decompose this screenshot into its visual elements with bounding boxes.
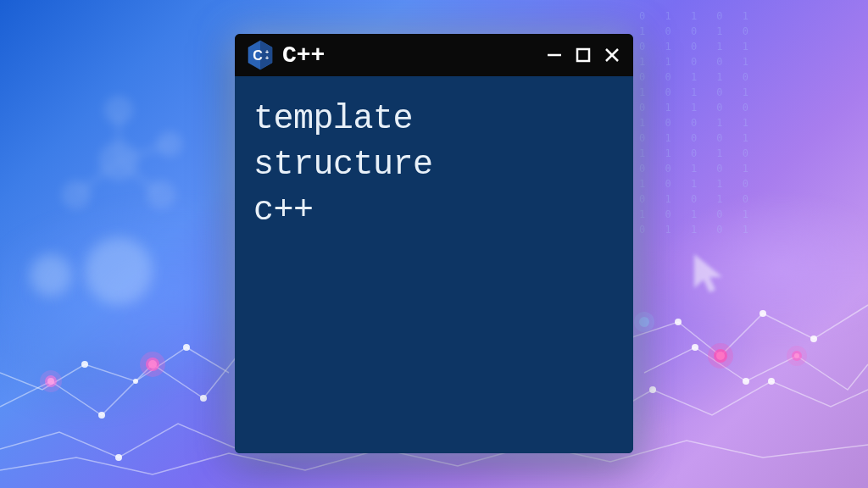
svg-point-20 [692,344,698,351]
terminal-line: template [253,97,615,142]
svg-point-33 [40,370,62,392]
cpp-icon: C + + [247,40,274,70]
minimize-button[interactable] [545,46,564,64]
svg-point-13 [81,361,88,368]
window-controls [545,46,621,64]
svg-rect-42 [577,49,589,61]
title-bar[interactable]: C + + C++ [235,34,633,76]
svg-point-21 [743,378,749,385]
close-button[interactable] [603,46,621,64]
terminal-line: structure [253,142,615,188]
svg-point-12 [200,395,207,402]
maximize-button[interactable] [574,46,593,64]
terminal-line: c++ [253,188,615,234]
svg-point-18 [760,310,766,317]
svg-text:+: + [265,49,269,55]
svg-point-19 [810,336,817,342]
svg-point-23 [115,454,122,461]
window-title: C++ [282,42,537,69]
svg-point-35 [787,346,807,366]
svg-text:+: + [265,55,269,61]
svg-point-26 [649,386,656,393]
svg-point-14 [133,379,138,384]
svg-point-15 [183,344,190,351]
svg-point-31 [708,343,733,369]
terminal-window: C + + C++ template structure c++ [235,34,633,453]
terminal-body[interactable]: template structure c++ [235,76,633,453]
svg-point-37 [634,312,654,332]
svg-point-16 [675,319,682,325]
svg-point-29 [140,352,165,377]
svg-text:C: C [253,48,263,63]
svg-point-27 [768,378,775,385]
svg-point-10 [98,412,105,419]
